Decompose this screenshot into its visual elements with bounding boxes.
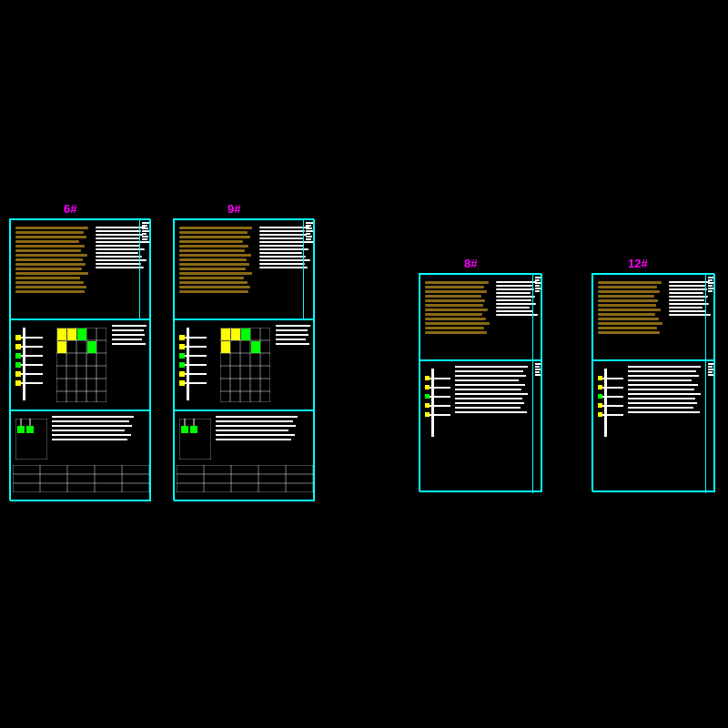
svg-rect-44 [190, 426, 197, 433]
blueprint-container: 6# [0, 0, 728, 728]
label-6: 6# [64, 202, 76, 216]
section-8-bot [420, 360, 542, 492]
svg-rect-11 [67, 329, 76, 340]
section-6-mid [10, 319, 151, 410]
svg-rect-15 [15, 419, 47, 460]
svg-rect-20 [13, 465, 149, 492]
svg-rect-16 [17, 426, 25, 433]
section-8-top [420, 274, 542, 360]
svg-rect-12 [57, 341, 66, 353]
label-12: 12# [628, 257, 648, 270]
svg-rect-37 [221, 329, 230, 340]
svg-rect-40 [241, 329, 250, 340]
svg-rect-41 [251, 341, 260, 353]
frame-9 [173, 218, 314, 500]
label-8: 8# [464, 257, 477, 270]
frame-12 [592, 273, 714, 491]
svg-rect-17 [26, 426, 34, 433]
section-9-bot [174, 410, 315, 501]
svg-rect-39 [221, 341, 230, 353]
svg-rect-47 [177, 465, 313, 492]
section-9-mid [174, 319, 315, 410]
text-block-6-top-left [13, 224, 90, 296]
section-6-top [10, 219, 151, 319]
svg-rect-13 [77, 329, 86, 340]
svg-rect-42 [179, 419, 211, 460]
section-9-top [174, 219, 315, 319]
svg-rect-43 [181, 426, 188, 433]
section-6-bot [10, 410, 151, 501]
section-12-top [592, 274, 715, 360]
svg-rect-38 [231, 329, 240, 340]
svg-rect-14 [87, 341, 96, 353]
label-9: 9# [228, 202, 240, 216]
frame-8 [419, 273, 541, 491]
svg-rect-10 [57, 329, 66, 340]
section-12-bot [592, 360, 715, 492]
frame-6 [9, 218, 150, 500]
